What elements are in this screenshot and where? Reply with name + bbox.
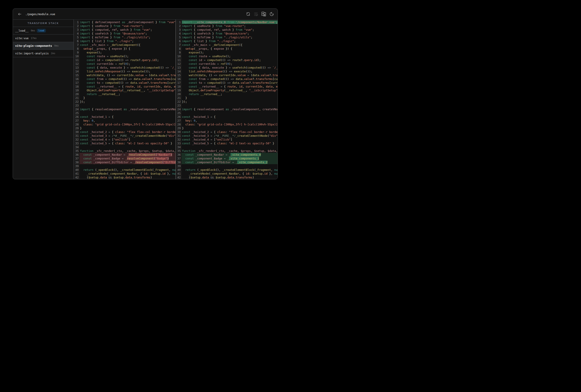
line-number: 12: [176, 62, 182, 66]
code-line: 41 _createVNode(_component_NavBar, { id:…: [74, 172, 176, 176]
code-line: 23: [74, 104, 176, 107]
dark-mode-icon[interactable]: [269, 12, 274, 16]
line-number: 13: [74, 66, 80, 70]
line-number: 12: [74, 62, 80, 66]
plugin-duration: 2ms: [51, 52, 56, 55]
line-number: 11: [74, 58, 80, 62]
line-number: 1: [74, 20, 80, 24]
line-number: 10: [74, 54, 80, 58]
line-number: 14: [74, 70, 80, 73]
code-line: 17 const to = computed(() => data.value?…: [176, 81, 278, 85]
code-line: 32const _hoisted_4 = ["onClick"]: [74, 138, 176, 142]
line-number: 20: [176, 92, 182, 96]
line-number: 24: [74, 107, 80, 111]
plugin-item--load-[interactable]: __load__0msload: [13, 27, 74, 34]
header: ./pages/module.vue: [13, 9, 278, 20]
line-number: 32: [74, 138, 80, 142]
diff-editor: 1import { defineComponent as _defineComp…: [74, 20, 278, 179]
code-line: 39: [74, 164, 176, 168]
line-number: 18: [74, 85, 80, 88]
line-number: 6: [74, 39, 80, 43]
code-line: 1import __vite_components_0 from '/compo…: [176, 20, 278, 24]
code-line: 29}: [176, 126, 278, 130]
line-number: 15: [176, 73, 182, 77]
line-number: 22: [74, 100, 80, 104]
code-line: 32const _hoisted_4 = ["onClick"]: [176, 138, 278, 142]
code-line: 21 }: [74, 96, 176, 100]
code-pane-before[interactable]: 1import { defineComponent as _defineComp…: [74, 20, 176, 179]
code-line: 16 const from = computed(() => data.valu…: [176, 77, 278, 81]
line-number: 1: [176, 20, 182, 24]
module-path-title: ./pages/module.vue: [25, 12, 55, 16]
code-line: 9 expose();: [74, 50, 176, 54]
line-number: 3: [74, 28, 80, 32]
line-number: 19: [74, 88, 80, 92]
code-line: 26const _hoisted_1 = {: [74, 115, 176, 119]
diff-view-icon[interactable]: [262, 12, 266, 16]
line-number: 25: [176, 111, 182, 115]
plugin-item-vite-import-analysis[interactable]: vite:import-analysis2ms: [13, 50, 74, 57]
line-number: 2: [176, 24, 182, 28]
back-button[interactable]: [18, 12, 22, 16]
refresh-icon[interactable]: [246, 12, 250, 16]
line-number: 41: [74, 172, 80, 176]
code-line: 34: [176, 145, 278, 149]
code-pane-after[interactable]: 1import __vite_components_0 from '/compo…: [176, 20, 278, 179]
line-number: 16: [74, 77, 80, 81]
line-number: 39: [176, 164, 182, 168]
code-line: 20 return __returned__;: [74, 92, 176, 96]
code-line: 3import { computed, ref, watch } from "v…: [74, 28, 176, 32]
plugin-item-vite-plugin-components[interactable]: vite-plugin-components0ms: [13, 42, 74, 50]
line-number: 27: [74, 119, 80, 122]
line-number: 8: [176, 47, 182, 50]
transform-stack-sidebar: TRANSFORM STACK __load__0msloadvite:vue1…: [13, 20, 74, 179]
code-line: 7const _sfc_main = _defineComponent({: [74, 43, 176, 47]
line-number: 34: [74, 145, 80, 149]
code-line: 39: [176, 164, 278, 168]
code-line: 22});: [74, 100, 176, 104]
code-line: 40 return (_openBlock(), _createElementB…: [176, 168, 278, 172]
code-line: 1import { defineComponent as _defineComp…: [74, 20, 176, 24]
line-number: 41: [176, 172, 182, 176]
code-line: 4import { useFetch } from "@vueuse/core"…: [74, 32, 176, 36]
code-line: 15 watch(data, () => currentIdx.value = …: [176, 73, 278, 77]
code-line: 13 const { data, execute } = useFetch(co…: [176, 66, 278, 70]
line-number: 40: [74, 168, 80, 172]
plugin-item-vite-vue[interactable]: vite:vue17ms: [13, 34, 74, 42]
line-number: 9: [176, 50, 182, 54]
line-number: 3: [176, 28, 182, 32]
line-number: 30: [74, 130, 80, 134]
line-number: 4: [176, 32, 182, 36]
line-wrap-icon[interactable]: [254, 12, 258, 16]
code-line: 31const _hoisted_3 = /*#__PURE__*/_creat…: [74, 134, 176, 138]
code-line: 13 const { data, execute } = useFetch(co…: [74, 66, 176, 70]
line-number: 2: [74, 24, 80, 28]
line-number: 30: [176, 130, 182, 134]
code-line: 8 setup(__props, { expose }) {: [176, 47, 278, 50]
code-line: 31const _hoisted_3 = /*#__PURE__*/_creat…: [176, 134, 278, 138]
code-line: 27 key: 0,: [176, 119, 278, 122]
line-number: 22: [176, 100, 182, 104]
line-number: 33: [176, 142, 182, 145]
code-line: 8 setup(__props, { expose }) {: [74, 47, 176, 50]
code-line: 19 Object.defineProperty(__returned__, "…: [176, 88, 278, 92]
code-line: 35function _sfc_render(_ctx, _cache, $pr…: [74, 149, 176, 153]
line-number: 6: [176, 39, 182, 43]
code-line: 33const _hoisted_5 = { class: "ml-2 text…: [74, 142, 176, 145]
code-line: 12 const currentIdx = ref(0);: [176, 62, 278, 66]
code-line: 38 const _component_DiffEditor = _resolv…: [74, 160, 176, 164]
code-line: 38 const _component_DiffEditor = __vite_…: [176, 160, 278, 164]
code-line: 36 const _component_NavBar = _resolveCom…: [74, 153, 176, 156]
line-number: 35: [176, 149, 182, 153]
line-number: 8: [74, 47, 80, 50]
line-number: 18: [176, 85, 182, 88]
load-hook-badge: load: [37, 29, 46, 32]
code-line: 36 const _component_NavBar = __vite_comp…: [176, 153, 278, 156]
code-line: 20 return __returned__;: [176, 92, 278, 96]
line-number: 28: [176, 122, 182, 126]
line-number: 14: [176, 70, 182, 73]
code-line: 14 list.onFetchResponse(() => execute())…: [176, 70, 278, 73]
line-number: 13: [176, 66, 182, 70]
code-line: 7const _sfc_main = _defineComponent({: [176, 43, 278, 47]
line-number: 29: [74, 126, 80, 130]
